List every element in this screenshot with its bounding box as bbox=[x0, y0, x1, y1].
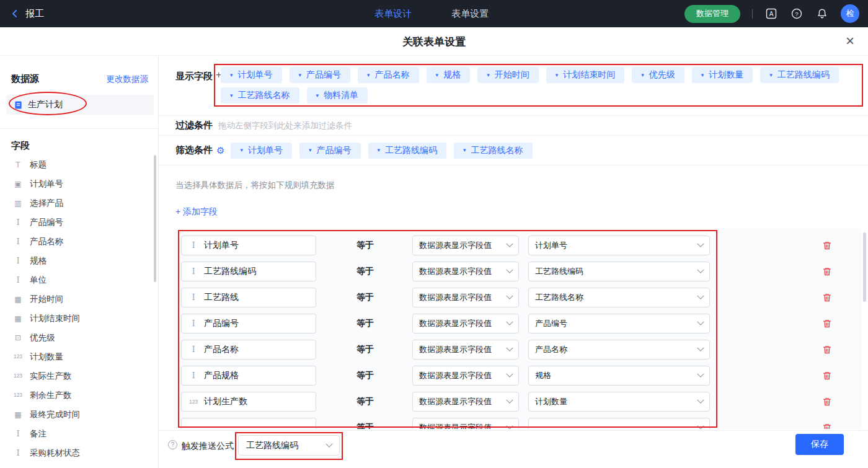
text-field-icon: I bbox=[188, 346, 198, 353]
rule-field-input[interactable] bbox=[181, 418, 316, 429]
rule-source-value: 数据源表显示字段值 bbox=[419, 344, 492, 355]
rule-value-select[interactable]: 产品名称 bbox=[528, 340, 710, 360]
text-field-icon: I bbox=[188, 372, 198, 379]
rule-source-select[interactable]: 数据源表显示字段值 bbox=[412, 288, 519, 307]
rule-value-select[interactable]: 计划单号 bbox=[528, 236, 710, 255]
rule-field-input[interactable]: I 产品规格 bbox=[181, 366, 316, 386]
add-field-link[interactable]: + 添加字段 bbox=[175, 206, 218, 218]
avatar[interactable]: 检 bbox=[841, 4, 859, 23]
rule-field-input[interactable]: 123 计划生产数 bbox=[181, 392, 316, 412]
caret-down-icon: ▾ bbox=[309, 148, 312, 153]
rule-field-input[interactable]: I 工艺路线编码 bbox=[181, 262, 316, 281]
tag-label: 工艺路线编码 bbox=[385, 145, 437, 156]
top-nav-bar: 报工 表单设计 表单设置 数据管理 A ? 检 bbox=[0, 0, 868, 27]
sidebar-field-item[interactable]: I 单位 bbox=[0, 270, 154, 289]
field-tag[interactable]: ▾ 工艺路线编码 bbox=[760, 67, 839, 83]
tab-form-design[interactable]: 表单设计 bbox=[374, 8, 412, 20]
field-tag[interactable]: ▾ 工艺路线编码 bbox=[368, 143, 447, 159]
field-tag[interactable]: ▾ 规格 bbox=[427, 67, 471, 83]
rule-value-select[interactable] bbox=[528, 418, 710, 429]
rule-value-select[interactable]: 产品编号 bbox=[528, 314, 710, 333]
sidebar-field-item[interactable]: I 规格 bbox=[0, 251, 154, 270]
rule-field-input[interactable]: I 产品名称 bbox=[181, 340, 316, 360]
rule-row: I 产品名称 等于 数据源表显示字段值 产品名称 bbox=[159, 337, 862, 363]
rule-source-select[interactable]: 数据源表显示字段值 bbox=[412, 236, 519, 255]
delete-rule-icon[interactable] bbox=[822, 345, 832, 355]
rule-source-select[interactable]: 数据源表显示字段值 bbox=[412, 262, 519, 281]
field-tag[interactable]: ▾ 计划数量 bbox=[692, 67, 753, 83]
tab-form-settings[interactable]: 表单设置 bbox=[451, 8, 489, 20]
title-field-icon: T bbox=[12, 161, 24, 169]
main-scrollbar[interactable] bbox=[863, 232, 866, 302]
sidebar-field-item[interactable]: 123 剩余生产数 bbox=[0, 386, 154, 405]
sidebar-field-item[interactable]: ▣ 计划单号 bbox=[0, 174, 154, 193]
delete-rule-icon[interactable] bbox=[822, 423, 832, 429]
delete-rule-icon[interactable] bbox=[822, 267, 832, 276]
rule-value-select[interactable]: 规格 bbox=[528, 366, 710, 386]
delete-rule-icon[interactable] bbox=[822, 371, 832, 381]
field-tag[interactable]: ▾ 计划结束时间 bbox=[546, 67, 625, 83]
tag-label: 计划数量 bbox=[709, 69, 743, 81]
sidebar-field-item[interactable]: I 备注 bbox=[0, 424, 154, 443]
field-tag[interactable]: ▾ 物料清单 bbox=[307, 87, 368, 104]
save-button[interactable]: 保存 bbox=[795, 434, 844, 455]
tag-label: 产品名称 bbox=[375, 69, 410, 81]
sidebar-field-item[interactable]: ▦ 计划结束时间 bbox=[0, 309, 154, 328]
sidebar-field-item[interactable]: I 采购耗材状态 bbox=[0, 443, 154, 462]
delete-rule-icon[interactable] bbox=[822, 241, 832, 250]
data-manage-button[interactable]: 数据管理 bbox=[684, 5, 740, 23]
rule-source-select[interactable]: 数据源表显示字段值 bbox=[412, 392, 519, 412]
field-label: 计划数量 bbox=[30, 351, 63, 363]
tag-label: 产品编号 bbox=[306, 69, 341, 81]
sidebar-field-item[interactable]: I 产品编号 bbox=[0, 213, 154, 232]
sidebar-field-item[interactable]: ▥ 选择产品 bbox=[0, 193, 154, 213]
field-tag[interactable]: ▾ 产品名称 bbox=[358, 67, 419, 83]
datasource-item-production-plan[interactable]: 生产计划 bbox=[6, 95, 154, 115]
chevron-down-icon bbox=[506, 267, 513, 273]
close-icon[interactable]: × bbox=[846, 33, 854, 49]
sidebar-field-item[interactable]: T 标题 bbox=[0, 155, 154, 174]
delete-rule-icon[interactable] bbox=[822, 293, 832, 302]
field-tag[interactable]: ▾ 工艺路线名称 bbox=[454, 143, 533, 159]
rule-value-select[interactable]: 计划数量 bbox=[528, 392, 710, 412]
field-tag[interactable]: ▾ 优先级 bbox=[632, 67, 684, 83]
notification-bell-icon[interactable] bbox=[815, 7, 829, 20]
sidebar-scrollbar[interactable] bbox=[154, 155, 156, 282]
rule-field-input[interactable]: I 产品编号 bbox=[181, 314, 316, 333]
rule-field-input[interactable]: I 工艺路线 bbox=[181, 288, 316, 307]
equals-label: 等于 bbox=[356, 415, 374, 429]
sidebar-field-item[interactable]: I 产品名称 bbox=[0, 232, 154, 251]
language-icon[interactable]: A bbox=[764, 7, 778, 20]
gear-icon[interactable]: ⚙ bbox=[216, 146, 224, 155]
field-tag[interactable]: ▾ 开始时间 bbox=[477, 67, 539, 83]
rule-source-select[interactable]: 数据源表显示字段值 bbox=[412, 418, 519, 429]
rule-field-input[interactable]: I 计划单号 bbox=[181, 236, 316, 255]
field-tag[interactable]: ▾ 计划单号 bbox=[221, 67, 282, 83]
sidebar-field-item[interactable]: ▦ 最终完成时间 bbox=[0, 405, 154, 424]
rule-value-select[interactable]: 工艺路线名称 bbox=[528, 288, 710, 307]
rule-source-select[interactable]: 数据源表显示字段值 bbox=[412, 340, 519, 360]
help-icon[interactable]: ? bbox=[790, 7, 804, 20]
field-tag[interactable]: ▾ 产品编号 bbox=[299, 143, 361, 159]
change-datasource-link[interactable]: 更改数据源 bbox=[107, 74, 149, 85]
trigger-formula-select[interactable]: 工艺路线编码 bbox=[238, 435, 340, 456]
back-group[interactable]: 报工 bbox=[10, 0, 44, 27]
delete-rule-icon[interactable] bbox=[822, 397, 832, 407]
field-tag[interactable]: ▾ 工艺路线名称 bbox=[221, 87, 299, 104]
date-field-icon: ▦ bbox=[12, 296, 24, 303]
delete-rule-icon[interactable] bbox=[822, 319, 832, 329]
sidebar-field-item[interactable]: 123 计划数量 bbox=[0, 347, 154, 366]
back-icon[interactable] bbox=[10, 7, 20, 20]
sidebar-field-item[interactable]: 123 实际生产数 bbox=[0, 366, 154, 386]
field-tag[interactable]: ▾ 产品编号 bbox=[290, 67, 351, 83]
rule-source-select[interactable]: 数据源表显示字段值 bbox=[412, 366, 519, 386]
rule-source-select[interactable]: 数据源表显示字段值 bbox=[412, 314, 519, 333]
sidebar-field-item[interactable]: ▦ 开始时间 bbox=[0, 289, 154, 309]
topbar-separator bbox=[752, 9, 753, 19]
topbar-actions: 数据管理 A ? 检 bbox=[684, 0, 859, 27]
field-tag[interactable]: ▾ 计划单号 bbox=[231, 143, 292, 159]
field-label: 计划单号 bbox=[30, 179, 63, 190]
trigger-help-icon[interactable]: ? bbox=[168, 440, 177, 449]
sidebar-field-item[interactable]: ⊡ 优先级 bbox=[0, 328, 154, 347]
rule-value-select[interactable]: 工艺路线编码 bbox=[528, 262, 710, 281]
